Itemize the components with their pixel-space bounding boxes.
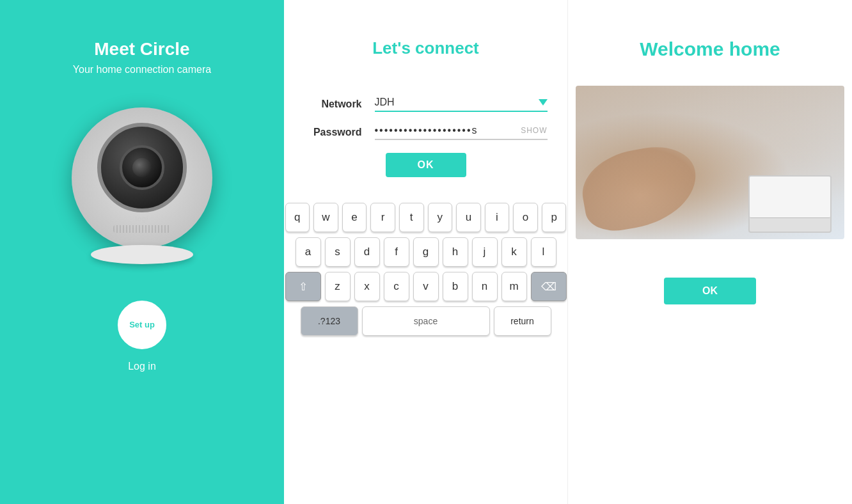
show-password-button[interactable]: SHOW [521, 126, 547, 135]
password-field[interactable]: ••••••••••••••••••••s SHOW [375, 125, 548, 140]
key-i[interactable]: i [485, 203, 510, 232]
key-a[interactable]: a [296, 237, 321, 267]
key-j[interactable]: j [472, 237, 498, 267]
right-panel: Welcome home OK [568, 0, 852, 504]
password-label: Password [304, 127, 362, 138]
keyboard-row-3: ⇧ z x c v b n m ⌫ [285, 272, 567, 301]
key-z[interactable]: z [325, 272, 351, 301]
ok-right-container: OK [664, 278, 756, 304]
key-f[interactable]: f [384, 237, 409, 267]
key-w[interactable]: w [313, 203, 338, 232]
login-link[interactable]: Log in [128, 361, 156, 372]
camera-feed [576, 86, 844, 239]
key-s[interactable]: s [325, 237, 351, 267]
key-p[interactable]: p [542, 203, 567, 232]
wifi-form: Network JDH Password •••••••••••••••••••… [304, 97, 548, 177]
feed-laptop-silhouette [748, 175, 832, 233]
return-key[interactable]: return [494, 306, 551, 336]
key-o[interactable]: o [513, 203, 538, 232]
setup-button[interactable]: Set up [116, 299, 168, 350]
app-title: Meet Circle [94, 38, 189, 60]
num-key[interactable]: .?123 [301, 306, 358, 336]
network-row: Network JDH [304, 97, 548, 112]
ok-form-button[interactable]: OK [386, 153, 466, 177]
setup-button-label: Set up [129, 320, 155, 329]
key-d[interactable]: d [354, 237, 380, 267]
space-key[interactable]: space [362, 306, 490, 336]
key-t[interactable]: t [399, 203, 424, 232]
key-e[interactable]: e [342, 203, 367, 232]
network-select[interactable]: JDH [375, 97, 548, 112]
welcome-title: Welcome home [640, 38, 780, 60]
key-k[interactable]: k [501, 237, 527, 267]
dropdown-arrow-icon[interactable] [539, 99, 548, 106]
network-label: Network [304, 98, 362, 110]
network-value: JDH [375, 97, 539, 108]
password-value: ••••••••••••••••••••s [375, 125, 521, 136]
key-g[interactable]: g [413, 237, 439, 267]
key-r[interactable]: r [370, 203, 395, 232]
camera-feed-inner [576, 86, 844, 239]
password-row: Password ••••••••••••••••••••s SHOW [304, 125, 548, 140]
key-b[interactable]: b [443, 272, 468, 301]
keyboard: q w e r t y u i o p a s d f g h j k l ⇧ … [285, 203, 567, 341]
key-h[interactable]: h [443, 237, 468, 267]
connect-title: Let's connect [372, 38, 479, 58]
feed-laptop-screen [750, 177, 830, 218]
backspace-key[interactable]: ⌫ [531, 272, 567, 301]
key-n[interactable]: n [472, 272, 498, 301]
key-l[interactable]: l [531, 237, 556, 267]
key-x[interactable]: x [354, 272, 380, 301]
ok-right-button[interactable]: OK [664, 278, 756, 304]
key-y[interactable]: y [428, 203, 453, 232]
key-m[interactable]: m [501, 272, 527, 301]
key-q[interactable]: q [285, 203, 310, 232]
keyboard-row-4: .?123 space return [285, 306, 567, 336]
camera-image: logi [65, 107, 219, 261]
feed-hand-silhouette [576, 140, 703, 235]
key-c[interactable]: c [384, 272, 409, 301]
key-u[interactable]: u [456, 203, 481, 232]
ok-form-container: OK [304, 153, 548, 177]
keyboard-row-1: q w e r t y u i o p [285, 203, 567, 232]
shift-key[interactable]: ⇧ [285, 272, 321, 301]
key-v[interactable]: v [413, 272, 439, 301]
app-subtitle: Your home connection camera [73, 64, 211, 75]
left-panel: Meet Circle Your home connection camera … [0, 0, 284, 504]
middle-panel: Let's connect Network JDH Password •••••… [284, 0, 568, 504]
keyboard-row-2: a s d f g h j k l [285, 237, 567, 267]
